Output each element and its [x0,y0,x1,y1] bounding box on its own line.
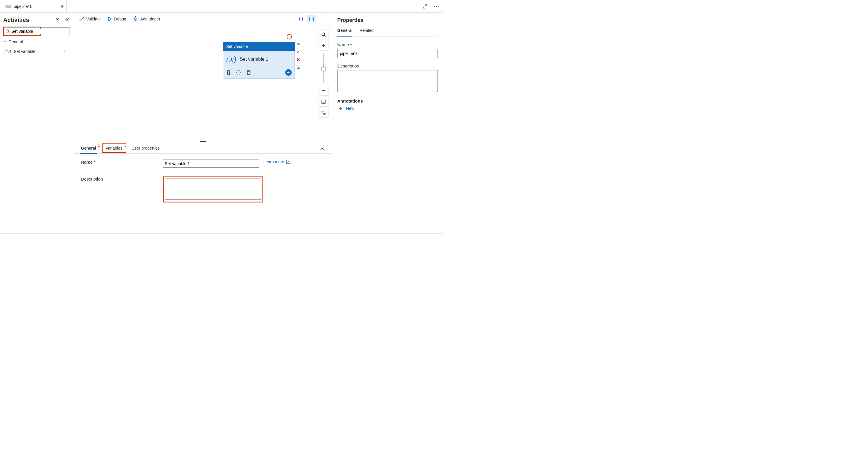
fit-screen-icon[interactable] [318,97,329,106]
output-completion-icon[interactable]: ☑ [296,65,301,69]
svg-point-5 [438,6,439,7]
output-fail-icon[interactable]: ✖ [296,58,301,62]
sidebar-search-highlight [3,27,41,36]
expand-window-icon[interactable] [421,3,429,10]
pipeline-name-input[interactable] [337,49,437,58]
svg-point-14 [319,19,320,19]
zoom-in-icon[interactable] [318,41,329,51]
annotations-new-button[interactable]: ＋ New [337,105,437,112]
canvas-search-icon[interactable] [318,30,329,39]
node-output-handles: ↷ ✔ ✖ ☑ [296,42,301,69]
zoom-out-icon[interactable] [318,86,329,96]
svg-point-15 [321,19,322,19]
pipeline-name-label: Name * [337,42,437,47]
editor-tab[interactable]: pipeline10 [3,0,67,12]
svg-point-4 [436,6,437,7]
node-json-icon[interactable] [236,70,241,75]
chevron-down-icon [3,40,7,43]
tab-user-properties[interactable]: User properties [130,143,161,153]
properties-toggle-button[interactable] [307,14,316,23]
svg-rect-17 [248,71,250,74]
panel-resize-handle[interactable] [74,140,332,143]
output-success-icon[interactable]: ✔ [296,50,301,54]
search-icon [5,29,10,33]
svg-line-19 [324,35,326,36]
learn-more-link[interactable]: Learn more [263,159,290,164]
svg-rect-24 [323,101,324,102]
activity-desc-input[interactable] [165,179,261,199]
props-tab-related[interactable]: Related [360,28,373,36]
plus-icon: ＋ [337,105,344,112]
svg-rect-26 [324,113,325,115]
drag-handle-icon[interactable]: ⋮⋮⋮ [59,49,69,54]
svg-rect-1 [8,5,9,7]
svg-rect-0 [6,5,7,7]
tab-title: pipeline10 [14,4,32,9]
svg-point-18 [322,33,325,36]
svg-point-16 [323,19,324,19]
auto-layout-icon[interactable] [318,108,329,118]
collapse-panel-icon[interactable] [318,144,326,153]
svg-line-7 [8,32,9,33]
sidebar-title: Activities [3,17,29,23]
node-name: Set variable 1 [240,57,268,62]
node-type-label: Set variable [223,42,294,51]
activities-sidebar: Activities [0,12,74,234]
activity-node-set-variable[interactable]: Set variable (𝑥) Set variable 1 [223,42,295,79]
activity-name-input[interactable] [163,159,259,168]
expand-all-icon[interactable] [54,16,61,24]
variable-icon: (𝑥) [226,54,236,64]
delete-node-icon[interactable] [226,70,231,75]
collapse-sidebar-icon[interactable] [63,16,71,24]
unsaved-dot-icon [61,5,63,8]
pipeline-icon [5,4,11,8]
variable-icon: (𝑥) [4,48,11,55]
group-general[interactable]: General [3,39,71,44]
add-trigger-button[interactable]: Add trigger [133,17,160,22]
activity-set-variable[interactable]: (𝑥) Set variable ⋮⋮⋮ [3,46,71,56]
svg-point-6 [6,30,9,32]
pipeline-canvas[interactable]: Set variable (𝑥) Set variable 1 [74,25,332,139]
pipeline-desc-input[interactable] [337,70,437,92]
tab-general[interactable]: General 1 [80,143,97,153]
properties-panel: Properties General Related Name * Descri… [332,12,443,234]
annotations-label: Annotations [337,98,437,103]
description-highlight-box [163,177,263,203]
svg-rect-25 [322,111,323,112]
properties-title: Properties [337,17,437,23]
debug-button[interactable]: Debug [108,17,126,21]
pipeline-desc-label: Description [337,63,437,68]
search-input[interactable] [11,29,68,34]
svg-rect-2 [10,5,11,7]
more-menu-icon[interactable] [433,3,440,10]
validate-button[interactable]: Validate [79,17,101,21]
activity-desc-label: Description [81,177,163,181]
copy-node-icon[interactable] [246,70,251,75]
canvas-highlight-ring-icon [287,34,292,39]
svg-point-3 [434,6,435,7]
zoom-slider[interactable] [323,54,324,83]
svg-rect-23 [322,100,325,103]
json-view-button[interactable] [297,14,305,23]
output-skip-icon[interactable]: ↷ [296,42,301,46]
zoom-slider-thumb[interactable] [321,66,326,71]
activity-name-label: Name * [81,159,163,164]
props-tab-general[interactable]: General [337,28,352,36]
node-open-icon[interactable] [285,69,292,76]
tab-variables[interactable]: Variables 1 [104,143,123,153]
toolbar-more-icon[interactable] [318,14,327,23]
